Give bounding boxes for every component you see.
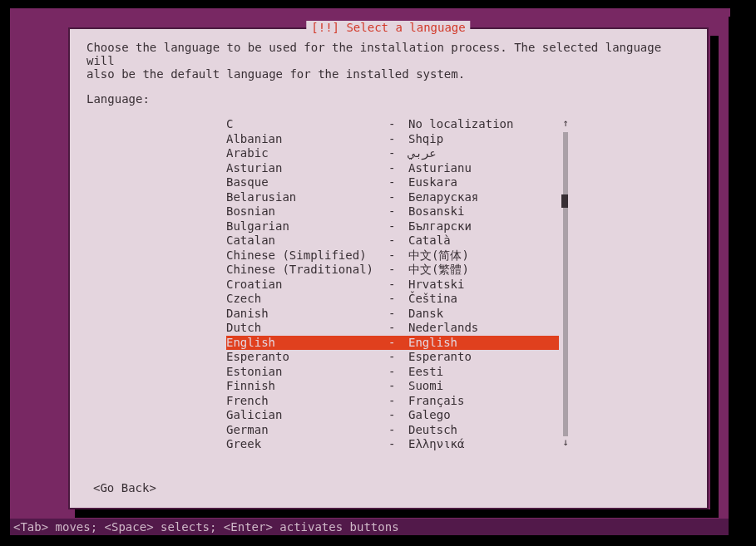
dialog-shadow-bottom (75, 509, 717, 518)
language-separator: - (388, 292, 408, 307)
language-row[interactable]: Greek-Ελληνικά (226, 437, 559, 452)
language-separator: - (388, 204, 408, 219)
scroll-thumb[interactable] (561, 194, 568, 208)
language-row[interactable]: Galician-Galego (226, 408, 559, 423)
language-list-container: C-No localizationAlbanian-ShqipArabic-عر… (226, 117, 559, 452)
language-separator: - (388, 423, 408, 438)
language-row[interactable]: Esperanto-Esperanto (226, 350, 559, 365)
language-row[interactable]: Basque-Euskara (226, 175, 559, 190)
installer-screen: [!!] Select a language Choose the langua… (10, 8, 730, 534)
language-native: Deutsch (408, 423, 457, 438)
language-row[interactable]: Dutch-Nederlands (226, 321, 559, 336)
language-row[interactable]: Danish-Dansk (226, 307, 559, 322)
language-native: Dansk (408, 307, 443, 322)
language-native: Беларуская (408, 190, 478, 205)
language-row[interactable]: C-No localization (226, 117, 559, 132)
language-name: C (226, 117, 388, 132)
language-separator: - (388, 379, 408, 394)
language-native: Shqip (408, 132, 443, 147)
scroll-down-icon[interactable]: ↓ (561, 436, 570, 451)
language-name: Greek (226, 437, 388, 452)
language-native: Suomi (408, 379, 443, 394)
language-list[interactable]: C-No localizationAlbanian-ShqipArabic-عر… (226, 117, 559, 452)
language-row[interactable]: Catalan-Català (226, 234, 559, 248)
language-row[interactable]: French-Français (226, 394, 559, 409)
language-separator: - (388, 175, 408, 190)
language-name: Galician (226, 408, 388, 423)
language-name: Dutch (226, 321, 388, 336)
language-separator: - (388, 365, 408, 380)
language-native: Esperanto (408, 350, 472, 365)
language-row[interactable]: Estonian-Eesti (226, 365, 559, 380)
language-name: Arabic (226, 146, 388, 161)
language-row[interactable]: Finnish-Suomi (226, 379, 559, 394)
language-separator: - (388, 161, 408, 176)
scroll-up-icon[interactable]: ↑ (561, 117, 570, 132)
language-row[interactable]: German-Deutsch (226, 423, 559, 438)
language-native: Bosanski (408, 204, 464, 219)
language-native: Eesti (408, 365, 443, 380)
language-separator: - (388, 350, 408, 365)
go-back-button[interactable]: <Go Back> (93, 481, 156, 494)
language-row[interactable]: Bosnian-Bosanski (226, 204, 559, 219)
outer-shadow (729, 17, 745, 542)
language-row[interactable]: Belarusian-Беларуская (226, 190, 559, 205)
language-row[interactable]: Chinese (Simplified)-中文(简体) (226, 248, 559, 263)
language-row[interactable]: Arabic-عربي (226, 146, 559, 161)
language-row[interactable]: Czech-Čeština (226, 292, 559, 307)
language-native: Ελληνικά (408, 437, 464, 452)
language-native: 中文(繁體) (408, 263, 469, 278)
language-native: Hrvatski (408, 278, 464, 293)
language-name: Bulgarian (226, 219, 388, 234)
language-name: English (226, 336, 388, 351)
language-name: Belarusian (226, 190, 388, 205)
language-separator: - (388, 219, 408, 234)
language-name: Asturian (226, 161, 388, 176)
language-name: Chinese (Simplified) (226, 248, 388, 263)
language-native: Čeština (408, 292, 457, 307)
language-row[interactable]: Croatian-Hrvatski (226, 278, 559, 293)
language-row[interactable]: Asturian-Asturianu (226, 161, 559, 176)
dialog-shadow-right (710, 36, 719, 518)
dialog-box: [!!] Select a language Choose the langua… (68, 27, 709, 509)
language-native: Català (408, 234, 451, 248)
language-name: Finnish (226, 379, 388, 394)
language-separator: - (388, 278, 408, 293)
language-row[interactable]: Albanian-Shqip (226, 132, 559, 147)
dialog-title: [!!] Select a language (306, 21, 470, 34)
language-name: French (226, 394, 388, 409)
language-native: عربي (408, 146, 437, 161)
language-native: Français (408, 394, 464, 409)
language-row[interactable]: Chinese (Traditional)-中文(繁體) (226, 263, 559, 278)
scroll-track[interactable] (563, 132, 568, 436)
language-native: Български (408, 219, 472, 234)
language-native: Nederlands (408, 321, 478, 336)
language-separator: - (388, 263, 408, 278)
language-name: German (226, 423, 388, 438)
language-native: English (408, 336, 457, 351)
language-label: Language: (86, 92, 690, 106)
language-separator: - (388, 234, 408, 248)
dialog-content: Choose the language to be used for the i… (70, 29, 707, 464)
language-separator: - (388, 394, 408, 409)
language-name: Chinese (Traditional) (226, 263, 388, 278)
language-native: Asturianu (408, 161, 472, 176)
help-bar: <Tab> moves; <Space> selects; <Enter> ac… (10, 519, 730, 535)
language-name: Czech (226, 292, 388, 307)
language-name: Bosnian (226, 204, 388, 219)
language-separator: - (388, 117, 408, 132)
language-separator: - (388, 248, 408, 263)
language-name: Croatian (226, 278, 388, 293)
language-name: Esperanto (226, 350, 388, 365)
scrollbar[interactable]: ↑ ↓ (561, 117, 570, 451)
language-name: Estonian (226, 365, 388, 380)
language-native: Euskara (408, 175, 457, 190)
language-separator: - (388, 146, 408, 161)
language-separator: - (388, 132, 408, 147)
language-row[interactable]: Bulgarian-Български (226, 219, 559, 234)
language-separator: - (388, 336, 408, 351)
language-row[interactable]: English-English (226, 336, 559, 351)
instruction-text: Choose the language to be used for the i… (86, 41, 690, 81)
language-separator: - (388, 307, 408, 322)
language-name: Basque (226, 175, 388, 190)
